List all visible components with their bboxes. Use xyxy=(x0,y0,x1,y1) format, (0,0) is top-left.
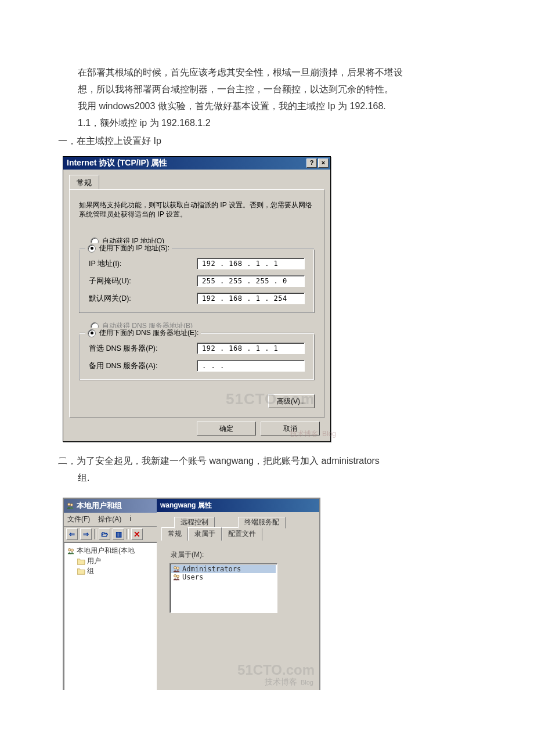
intro-line3: 我用 windows2003 做实验，首先做好基本设置，我的主域控 Ip 为 1… xyxy=(58,98,476,114)
label-ip-address: IP 地址(I): xyxy=(89,259,197,269)
input-alternate-dns[interactable]: . . . xyxy=(197,360,305,372)
users-icon xyxy=(66,502,74,509)
svg-point-7 xyxy=(176,575,179,578)
mmc-console: 本地用户和组 文件(F) 操作(A) i ⇐ ⇒ 🗁 ▥ ✕ 本地用户和组(本地 xyxy=(63,498,157,690)
help-button[interactable]: ? xyxy=(306,159,317,168)
memberof-label: 隶属于(M): xyxy=(171,550,315,560)
cancel-button[interactable]: 取消 xyxy=(261,422,320,435)
svg-point-3 xyxy=(71,549,74,552)
section-2-heading-a: 二，为了安全起见，我新建一个账号 wangwang，把此账号加入 adminis… xyxy=(58,452,476,469)
users-groups-screenshot: 本地用户和组 文件(F) 操作(A) i ⇐ ⇒ 🗁 ▥ ✕ 本地用户和组(本地 xyxy=(63,498,476,690)
tab-memberof[interactable]: 隶属于 xyxy=(188,527,222,541)
tab-remote-control[interactable]: 远程控制 xyxy=(174,517,215,528)
group-icon xyxy=(172,574,181,581)
folder-icon xyxy=(77,558,85,565)
advanced-button[interactable]: 高级(V)... xyxy=(268,394,315,408)
toolbar-separator xyxy=(94,529,96,539)
svg-point-1 xyxy=(70,503,73,506)
input-subnet-mask[interactable]: 255 . 255 . 255 . 0 xyxy=(197,275,305,287)
tab-profile[interactable]: 配置文件 xyxy=(222,527,262,541)
prop-tabstrip: 远程控制 终端服务配 常规 隶属于 配置文件 xyxy=(161,516,315,541)
close-button[interactable]: × xyxy=(318,159,329,168)
list-item-administrators[interactable]: Administrators xyxy=(171,565,276,573)
users-group-icon xyxy=(67,548,75,555)
mmc-toolbar: ⇐ ⇒ 🗁 ▥ ✕ xyxy=(64,527,157,542)
svg-point-5 xyxy=(176,567,179,570)
tab-general[interactable]: 常规 xyxy=(161,527,188,541)
memberof-listbox[interactable]: Administrators Users xyxy=(169,563,277,613)
tree-users[interactable]: 用户 xyxy=(67,556,154,566)
tree-root[interactable]: 本地用户和组(本地 xyxy=(67,545,154,556)
intro-line2: 想，所以我将部署两台域控制器，一台主控，一台额控，以达到冗余的特性。 xyxy=(58,81,476,98)
prop-dialog-title: wangwang 属性 xyxy=(157,499,319,512)
ok-button[interactable]: 确定 xyxy=(197,422,256,435)
back-icon[interactable]: ⇐ xyxy=(66,528,78,540)
radio-selected-icon xyxy=(88,329,96,337)
mmc-tree: 本地用户和组(本地 用户 组 xyxy=(64,542,157,690)
input-preferred-dns[interactable]: 192 . 168 . 1 . 1 xyxy=(197,343,305,354)
tcpip-properties-dialog: Internet 协议 (TCP/IP) 属性 ? × 常规 如果网络支持此功能… xyxy=(63,156,331,442)
up-folder-icon[interactable]: 🗁 xyxy=(99,528,110,540)
radio-selected-icon xyxy=(88,244,96,253)
section-1-heading: 一，在主域控上设置好 Ip xyxy=(58,132,476,149)
tree-groups[interactable]: 组 xyxy=(67,566,154,576)
section-2-heading-b: 组. xyxy=(58,469,476,486)
label-alternate-dns: 备用 DNS 服务器(A): xyxy=(89,361,197,371)
svg-point-4 xyxy=(174,567,177,570)
input-default-gateway[interactable]: 192 . 168 . 1 . 254 xyxy=(197,293,305,304)
label-preferred-dns: 首选 DNS 服务器(P): xyxy=(89,344,197,354)
svg-point-2 xyxy=(68,548,71,551)
intro-line1: 在部署其根域的时候，首先应该考虑其安全性，根域一旦崩溃掉，后果将不堪设 xyxy=(58,64,476,81)
tab-general[interactable]: 常规 xyxy=(69,175,99,190)
description-text: 如果网络支持此功能，则可以获取自动指派的 IP 设置。否则，您需要从网络系统管理… xyxy=(79,200,315,219)
tab-terminal-services[interactable]: 终端服务配 xyxy=(238,517,286,528)
forward-icon[interactable]: ⇒ xyxy=(80,528,92,540)
menu-action[interactable]: 操作(A) xyxy=(98,514,121,524)
radio-use-ip[interactable]: 使用下面的 IP 地址(S): xyxy=(85,243,172,253)
list-item-users[interactable]: Users xyxy=(171,573,276,581)
dns-groupbox: 使用下面的 DNS 服务器地址(E): 首选 DNS 服务器(P): 192 .… xyxy=(79,334,315,380)
menu-file[interactable]: 文件(F) xyxy=(67,514,90,524)
folder-icon xyxy=(77,568,85,575)
radio-use-dns[interactable]: 使用下面的 DNS 服务器地址(E): xyxy=(85,328,201,338)
watermark-sub: 技术博客Blog xyxy=(265,677,313,687)
ip-groupbox: 使用下面的 IP 地址(S): IP 地址(I): 192 . 168 . 1 … xyxy=(79,250,315,313)
input-ip-address[interactable]: 192 . 168 . 1 . 1 xyxy=(197,258,305,269)
label-default-gateway: 默认网关(D): xyxy=(89,294,197,304)
watermark-brand: 51CTO.com xyxy=(237,662,315,678)
svg-point-0 xyxy=(68,503,71,506)
group-icon xyxy=(172,566,181,573)
label-subnet-mask: 子网掩码(U): xyxy=(89,276,197,286)
dialog-titlebar: Internet 协议 (TCP/IP) 属性 ? × xyxy=(63,157,330,170)
intro-line4: 1.1，额外域控 ip 为 192.168.1.2 xyxy=(58,114,476,131)
toolbar-separator xyxy=(127,529,129,539)
mmc-menubar: 文件(F) 操作(A) i xyxy=(64,513,157,527)
properties-icon[interactable]: ▥ xyxy=(113,528,124,540)
dialog-title: Internet 协议 (TCP/IP) 属性 xyxy=(67,158,167,168)
svg-point-6 xyxy=(174,575,177,578)
mmc-titlebar: 本地用户和组 xyxy=(64,499,157,513)
delete-icon[interactable]: ✕ xyxy=(131,528,143,540)
user-properties-dialog: wangwang 属性 远程控制 终端服务配 常规 隶属于 配置文件 隶属于(M… xyxy=(157,498,320,690)
